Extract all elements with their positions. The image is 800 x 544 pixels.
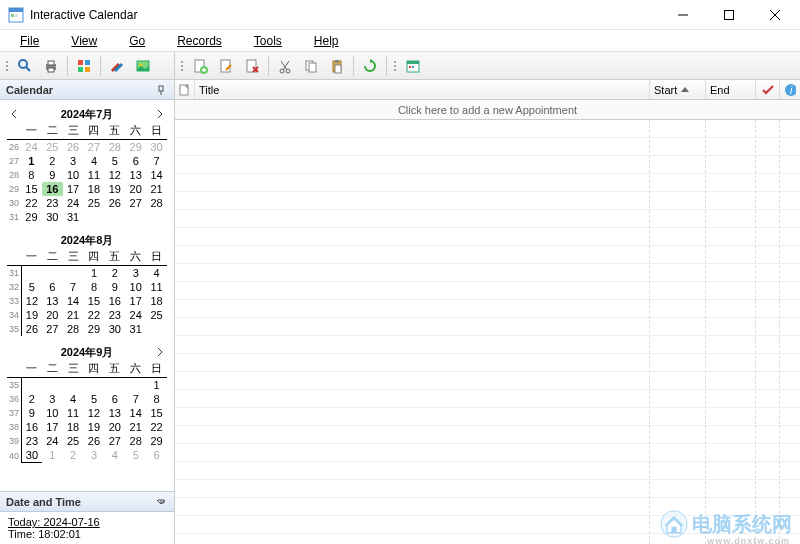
column-title[interactable]: Title	[195, 80, 650, 99]
minimize-button[interactable]	[660, 0, 706, 30]
calendar-day[interactable]: 28	[104, 140, 125, 154]
calendar-day[interactable]: 29	[21, 210, 42, 224]
calendar-day[interactable]: 13	[125, 168, 146, 182]
calendar-day[interactable]: 5	[125, 448, 146, 463]
calendar-day[interactable]: 16	[42, 182, 63, 196]
calendar-day[interactable]: 4	[104, 448, 125, 463]
calendar-day[interactable]: 6	[125, 154, 146, 168]
today-link[interactable]: Today: 2024-07-16	[8, 516, 166, 528]
calendar-day[interactable]: 2	[104, 266, 125, 280]
month-title[interactable]: 2024年7月	[61, 107, 114, 122]
calendar-day[interactable]: 7	[63, 280, 84, 294]
calendar-day[interactable]: 30	[104, 322, 125, 336]
calendar-day[interactable]: 10	[63, 168, 84, 182]
calendar-day[interactable]: 24	[42, 434, 63, 448]
toolbar-grip[interactable]	[4, 55, 10, 77]
calendar-day[interactable]: 9	[42, 168, 63, 182]
calendar-day[interactable]: 25	[84, 196, 105, 210]
calendar-day[interactable]: 30	[21, 448, 42, 463]
menu-view[interactable]: View	[55, 32, 113, 50]
calendar-day[interactable]: 9	[104, 280, 125, 294]
calendar-day[interactable]: 26	[84, 434, 105, 448]
calendar-day[interactable]: 3	[125, 266, 146, 280]
chevron-down-icon[interactable]	[154, 495, 168, 509]
calendar-day[interactable]: 18	[63, 420, 84, 434]
calendar-day[interactable]: 14	[125, 406, 146, 420]
calendar-day[interactable]: 19	[84, 420, 105, 434]
calendar-day[interactable]: 30	[146, 140, 167, 154]
calendar-day[interactable]: 7	[146, 154, 167, 168]
calendar-day[interactable]: 1	[146, 378, 167, 392]
tools-icon[interactable]	[105, 54, 129, 78]
calendar-panel-header[interactable]: Calendar	[0, 80, 174, 100]
pin-icon[interactable]	[154, 83, 168, 97]
menu-file[interactable]: File	[4, 32, 55, 50]
calendar-day[interactable]: 7	[125, 392, 146, 406]
calendar-day[interactable]: 22	[21, 196, 42, 210]
calendar-view-icon[interactable]	[401, 54, 425, 78]
calendar-day[interactable]: 20	[104, 420, 125, 434]
month-title[interactable]: 2024年9月	[61, 345, 114, 360]
calendar-day[interactable]: 5	[104, 154, 125, 168]
calendar-day[interactable]: 26	[104, 196, 125, 210]
search-icon[interactable]	[13, 54, 37, 78]
calendar-day[interactable]: 27	[104, 434, 125, 448]
calendar-day[interactable]: 24	[21, 140, 42, 154]
calendar-day[interactable]: 2	[42, 154, 63, 168]
menu-records[interactable]: Records	[161, 32, 238, 50]
calendar-day[interactable]: 2	[63, 448, 84, 463]
column-icon[interactable]	[175, 80, 195, 99]
calendar-day[interactable]: 24	[125, 308, 146, 322]
calendar-day[interactable]: 1	[84, 266, 105, 280]
calendar-day[interactable]: 14	[146, 168, 167, 182]
calendar-day[interactable]: 25	[63, 434, 84, 448]
refresh-icon[interactable]	[358, 54, 382, 78]
calendar-day[interactable]: 27	[42, 322, 63, 336]
calendar-day[interactable]: 5	[84, 392, 105, 406]
calendar-day[interactable]: 4	[146, 266, 167, 280]
toolbar-grip[interactable]	[392, 55, 398, 77]
calendar-day[interactable]: 28	[146, 196, 167, 210]
calendar-day[interactable]: 29	[125, 140, 146, 154]
calendar-day[interactable]: 21	[146, 182, 167, 196]
calendar-day[interactable]: 31	[125, 322, 146, 336]
calendar-day[interactable]: 3	[42, 392, 63, 406]
calendar-day[interactable]: 12	[84, 406, 105, 420]
calendar-day[interactable]: 25	[42, 140, 63, 154]
close-button[interactable]	[752, 0, 798, 30]
calendar-day[interactable]: 16	[21, 420, 42, 434]
calendar-day[interactable]: 28	[63, 322, 84, 336]
column-done[interactable]	[756, 80, 780, 99]
calendar-day[interactable]: 17	[63, 182, 84, 196]
new-record-icon[interactable]	[188, 54, 212, 78]
calendar-day[interactable]: 16	[104, 294, 125, 308]
cut-icon[interactable]	[273, 54, 297, 78]
calendar-day[interactable]: 10	[125, 280, 146, 294]
edit-record-icon[interactable]	[214, 54, 238, 78]
calendar-day[interactable]: 28	[125, 434, 146, 448]
maximize-button[interactable]	[706, 0, 752, 30]
calendar-day[interactable]: 21	[63, 308, 84, 322]
calendar-day[interactable]: 20	[42, 308, 63, 322]
calendar-day[interactable]: 15	[84, 294, 105, 308]
wallpaper-icon[interactable]	[131, 54, 155, 78]
calendar-day[interactable]: 8	[84, 280, 105, 294]
calendar-day[interactable]: 31	[63, 210, 84, 224]
calendar-day[interactable]: 1	[21, 154, 42, 168]
calendar-day[interactable]: 8	[21, 168, 42, 182]
calendar-day[interactable]: 21	[125, 420, 146, 434]
calendar-day[interactable]: 12	[104, 168, 125, 182]
date-time-header[interactable]: Date and Time	[0, 492, 174, 512]
month-title[interactable]: 2024年8月	[61, 233, 114, 248]
calendar-day[interactable]: 29	[84, 322, 105, 336]
calendar-day[interactable]: 3	[63, 154, 84, 168]
calendar-day[interactable]: 20	[125, 182, 146, 196]
column-start[interactable]: Start	[650, 80, 706, 99]
calendar-day[interactable]: 6	[104, 392, 125, 406]
calendar-day[interactable]: 4	[84, 154, 105, 168]
print-icon[interactable]	[39, 54, 63, 78]
calendar-day[interactable]: 17	[42, 420, 63, 434]
menu-help[interactable]: Help	[298, 32, 355, 50]
next-month-icon[interactable]	[155, 107, 165, 121]
calendar-day[interactable]: 29	[146, 434, 167, 448]
